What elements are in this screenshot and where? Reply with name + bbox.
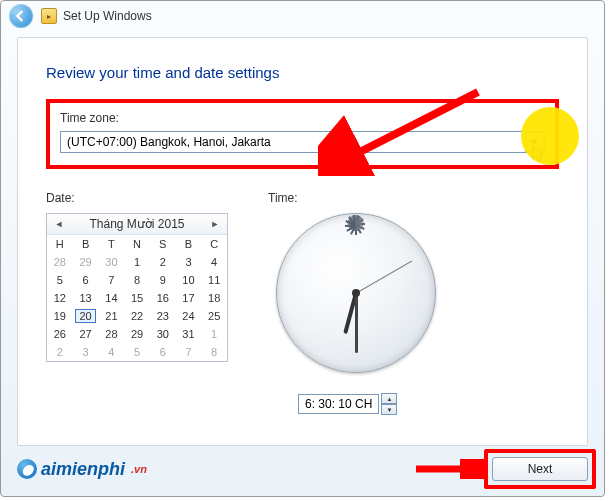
calendar-day-cell[interactable]: 3 xyxy=(73,343,99,361)
titlebar: Set Up Windows xyxy=(1,1,604,31)
window-frame: Set Up Windows Review your time and date… xyxy=(0,0,605,497)
timezone-dropdown[interactable]: (UTC+07:00) Bangkok, Hanoi, Jakarta xyxy=(60,131,545,153)
calendar-day-cell[interactable]: 21 xyxy=(99,307,125,325)
calendar-dow-header: T xyxy=(99,235,125,253)
next-button-label: Next xyxy=(528,462,553,476)
back-button[interactable] xyxy=(9,4,33,28)
calendar-day-cell[interactable]: 14 xyxy=(99,289,125,307)
calendar-prev-button[interactable]: ◄ xyxy=(53,218,65,230)
calendar-day-cell[interactable]: 12 xyxy=(47,289,73,307)
calendar-day-cell[interactable]: 1 xyxy=(201,325,227,343)
calendar-day-cell[interactable]: 27 xyxy=(73,325,99,343)
calendar-day-cell[interactable]: 17 xyxy=(176,289,202,307)
calendar-day-cell[interactable]: 29 xyxy=(73,253,99,271)
calendar-day-cell[interactable]: 28 xyxy=(99,325,125,343)
time-spin-down-button[interactable]: ▼ xyxy=(381,404,397,415)
annotation-arrow-icon xyxy=(414,459,488,479)
brand-suffix: .vn xyxy=(131,463,147,475)
calendar-day-cell[interactable]: 31 xyxy=(176,325,202,343)
calendar-day-cell[interactable]: 8 xyxy=(124,271,150,289)
calendar-dow-header: C xyxy=(201,235,227,253)
calendar-day-cell[interactable]: 20 xyxy=(73,307,99,325)
brand-text: aimienphi xyxy=(41,459,125,480)
calendar-day-cell[interactable]: 19 xyxy=(47,307,73,325)
calendar-day-cell[interactable]: 8 xyxy=(201,343,227,361)
timezone-section: Time zone: (UTC+07:00) Bangkok, Hanoi, J… xyxy=(46,99,559,169)
calendar-day-cell[interactable]: 3 xyxy=(176,253,202,271)
calendar-month-title: Tháng Mười 2015 xyxy=(89,217,184,231)
arrow-left-icon xyxy=(15,10,27,22)
calendar-day-cell[interactable]: 18 xyxy=(201,289,227,307)
timezone-selected-value: (UTC+07:00) Bangkok, Hanoi, Jakarta xyxy=(61,135,525,149)
calendar-day-cell[interactable]: 5 xyxy=(47,271,73,289)
calendar-day-cell[interactable]: 25 xyxy=(201,307,227,325)
window-title: Set Up Windows xyxy=(63,9,152,23)
calendar-day-cell[interactable]: 10 xyxy=(176,271,202,289)
footer: ⬤ aimienphi .vn Next xyxy=(17,450,588,488)
calendar-day-cell[interactable]: 22 xyxy=(124,307,150,325)
globe-icon: ⬤ xyxy=(17,459,37,479)
calendar-day-cell[interactable]: 6 xyxy=(73,271,99,289)
annotation-highlight-circle xyxy=(521,107,579,165)
calendar-dow-header: H xyxy=(47,235,73,253)
calendar-next-button[interactable]: ► xyxy=(209,218,221,230)
next-button[interactable]: Next xyxy=(492,457,588,481)
analog-clock xyxy=(276,213,446,383)
calendar-day-cell[interactable]: 13 xyxy=(73,289,99,307)
calendar-day-cell[interactable]: 24 xyxy=(176,307,202,325)
calendar-day-cell[interactable]: 7 xyxy=(99,271,125,289)
calendar-day-cell[interactable]: 29 xyxy=(124,325,150,343)
clock-center-icon xyxy=(352,289,360,297)
calendar-day-cell[interactable]: 16 xyxy=(150,289,176,307)
time-column: Time: 6: 30: 10 CH ▲ xyxy=(268,191,559,415)
calendar-day-cell[interactable]: 30 xyxy=(150,325,176,343)
time-input[interactable]: 6: 30: 10 CH xyxy=(298,394,379,414)
calendar-day-cell[interactable]: 1 xyxy=(124,253,150,271)
app-icon xyxy=(41,8,57,24)
calendar-day-cell[interactable]: 4 xyxy=(99,343,125,361)
calendar-day-cell[interactable]: 11 xyxy=(201,271,227,289)
date-label: Date: xyxy=(46,191,228,205)
calendar-day-cell[interactable]: 30 xyxy=(99,253,125,271)
calendar-grid: HBTNSBC 28293012345678910111213141516171… xyxy=(47,235,227,361)
calendar-day-cell[interactable]: 23 xyxy=(150,307,176,325)
calendar-day-cell[interactable]: 5 xyxy=(124,343,150,361)
time-spin-up-button[interactable]: ▲ xyxy=(381,393,397,404)
date-column: Date: ◄ Tháng Mười 2015 ► HBTNSBC 282930… xyxy=(46,191,228,415)
calendar-header: ◄ Tháng Mười 2015 ► xyxy=(47,214,227,235)
page-heading: Review your time and date settings xyxy=(46,64,559,81)
timezone-label: Time zone: xyxy=(60,111,545,125)
content-panel: Review your time and date settings Time … xyxy=(17,37,588,446)
calendar-day-cell[interactable]: 7 xyxy=(176,343,202,361)
calendar-dow-header: B xyxy=(176,235,202,253)
calendar-dow-header: S xyxy=(150,235,176,253)
calendar-day-cell[interactable]: 4 xyxy=(201,253,227,271)
time-label: Time: xyxy=(268,191,559,205)
calendar-day-cell[interactable]: 2 xyxy=(150,253,176,271)
calendar-day-cell[interactable]: 28 xyxy=(47,253,73,271)
watermark-logo: ⬤ aimienphi .vn xyxy=(17,459,147,480)
calendar-day-cell[interactable]: 9 xyxy=(150,271,176,289)
clock-minute-hand xyxy=(355,293,358,353)
calendar-dow-header: N xyxy=(124,235,150,253)
calendar-day-cell[interactable]: 6 xyxy=(150,343,176,361)
calendar-day-cell[interactable]: 15 xyxy=(124,289,150,307)
time-spinner: ▲ ▼ xyxy=(381,393,397,415)
calendar[interactable]: ◄ Tháng Mười 2015 ► HBTNSBC 282930123456… xyxy=(46,213,228,362)
calendar-day-cell[interactable]: 26 xyxy=(47,325,73,343)
time-value: 6: 30: 10 CH xyxy=(305,397,372,411)
calendar-dow-header: B xyxy=(73,235,99,253)
calendar-day-cell[interactable]: 2 xyxy=(47,343,73,361)
